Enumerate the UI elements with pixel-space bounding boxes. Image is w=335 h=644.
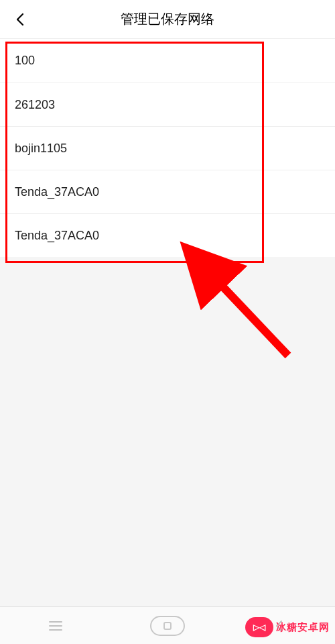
network-name: Tenda_37ACA0 [15, 185, 99, 199]
home-icon [150, 616, 185, 636]
header-bar: 管理已保存网络 [0, 0, 335, 39]
network-name: 100 [15, 54, 35, 68]
network-item[interactable]: Tenda_37ACA0 [0, 213, 335, 257]
page-title: 管理已保存网络 [0, 10, 335, 28]
network-name: bojin1105 [15, 142, 67, 156]
watermark-badge-icon: ▷◁ [245, 617, 273, 637]
svg-line-0 [213, 276, 288, 356]
network-item[interactable]: 261203 [0, 83, 335, 126]
network-name: 261203 [15, 98, 55, 112]
network-item[interactable]: Tenda_37ACA0 [0, 170, 335, 213]
menu-icon [48, 620, 63, 632]
network-name: Tenda_37ACA0 [15, 229, 99, 243]
watermark: ▷◁ 冰糖安卓网 [245, 617, 330, 637]
saved-networks-list: 100 261203 bojin1105 Tenda_37ACA0 Tenda_… [0, 39, 335, 257]
network-item[interactable]: 100 [0, 39, 335, 83]
watermark-text: 冰糖安卓网 [276, 621, 330, 634]
recents-button[interactable] [36, 614, 76, 638]
home-button[interactable] [147, 614, 188, 638]
network-item[interactable]: bojin1105 [0, 126, 335, 170]
chevron-left-icon [12, 11, 28, 28]
back-button[interactable] [12, 11, 28, 28]
